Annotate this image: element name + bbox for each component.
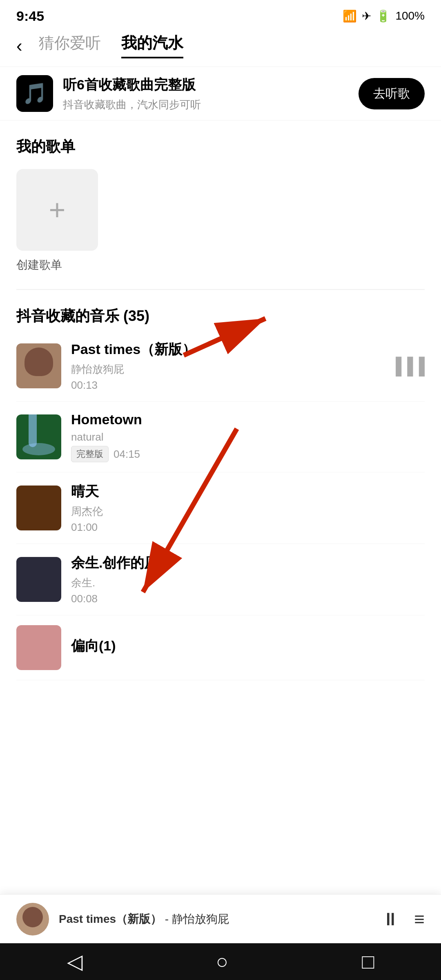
song-cover-1 bbox=[16, 343, 61, 388]
recent-nav-button[interactable]: □ bbox=[362, 950, 374, 973]
plus-icon: + bbox=[49, 196, 66, 224]
song-artist-3: 周杰伦 bbox=[71, 504, 425, 519]
song-artist-2: natural bbox=[71, 431, 425, 443]
battery-icon: 🔋 bbox=[376, 9, 390, 23]
bottom-player: Past times（新版） - 静怡放狗屁 ⏸ ≡ bbox=[0, 894, 441, 943]
song-item-3[interactable]: 晴天 周杰伦 01:00 bbox=[16, 472, 425, 544]
tab-my-soda[interactable]: 我的汽水 bbox=[121, 33, 183, 58]
song-badge-2: 完整版 bbox=[71, 446, 109, 462]
banner-text: 听6首收藏歌曲完整版 抖音收藏歌曲，汽水同步可听 bbox=[63, 76, 359, 112]
banner-subtitle: 抖音收藏歌曲，汽水同步可听 bbox=[63, 98, 359, 112]
header: ‹ 猜你爱听 我的汽水 bbox=[0, 29, 441, 67]
song-item-1[interactable]: Past times（新版） 静怡放狗屁 00:13 ▐▐▐ bbox=[16, 330, 425, 402]
playlist-section-title: 我的歌单 bbox=[0, 120, 441, 165]
playing-bars-icon: ▐▐▐ bbox=[390, 357, 425, 375]
status-time: 9:45 bbox=[16, 8, 44, 24]
song-title-4: 余生.创作的原声 bbox=[71, 554, 425, 572]
song-info-2: Hometown natural 完整版 04:15 bbox=[71, 412, 425, 462]
song-title-1: Past times（新版） bbox=[71, 340, 390, 359]
listen-button[interactable]: 去听歌 bbox=[359, 78, 425, 109]
create-playlist-button[interactable]: + bbox=[16, 169, 98, 251]
section-divider bbox=[16, 289, 425, 290]
battery-percent: 100% bbox=[395, 9, 425, 22]
song-title-2: Hometown bbox=[71, 412, 425, 428]
player-controls: ⏸ ≡ bbox=[381, 909, 425, 929]
home-nav-button[interactable]: ○ bbox=[216, 950, 228, 973]
song-duration-3: 01:00 bbox=[71, 521, 98, 534]
song-duration-2: 04:15 bbox=[114, 448, 140, 461]
wifi-icon: 📶 bbox=[343, 9, 357, 23]
song-meta-1: 00:13 bbox=[71, 379, 390, 392]
song-meta-3: 01:00 bbox=[71, 521, 425, 534]
song-meta-4: 00:08 bbox=[71, 592, 425, 605]
header-tabs: 猜你爱听 我的汽水 bbox=[39, 33, 425, 58]
song-item-5[interactable]: 偏向(1) bbox=[16, 615, 425, 680]
song-meta-2: 完整版 04:15 bbox=[71, 446, 425, 462]
tab-guess[interactable]: 猜你爱听 bbox=[39, 33, 101, 58]
song-duration-4: 00:08 bbox=[71, 592, 98, 605]
status-icons: 📶 ✈ 🔋 100% bbox=[343, 9, 425, 23]
music-section-title: 抖音收藏的音乐 (35) bbox=[0, 298, 441, 330]
banner-title: 听6首收藏歌曲完整版 bbox=[63, 76, 359, 94]
song-cover-4 bbox=[16, 557, 61, 602]
player-separator: - bbox=[165, 913, 172, 925]
song-artist-1: 静怡放狗屁 bbox=[71, 362, 390, 376]
airplane-icon: ✈ bbox=[362, 9, 371, 23]
create-playlist-label: 创建歌单 bbox=[16, 257, 62, 273]
song-title-5: 偏向(1) bbox=[71, 637, 425, 655]
player-avatar bbox=[16, 903, 49, 935]
back-button[interactable]: ‹ bbox=[16, 36, 22, 56]
back-nav-button[interactable]: ◁ bbox=[67, 950, 82, 973]
song-artist-4: 余生. bbox=[71, 576, 425, 590]
promo-banner: 🎵 听6首收藏歌曲完整版 抖音收藏歌曲，汽水同步可听 去听歌 bbox=[0, 67, 441, 120]
player-info: Past times（新版） - 静怡放狗屁 bbox=[59, 911, 381, 927]
pause-button[interactable]: ⏸ bbox=[381, 909, 399, 929]
status-bar: 9:45 📶 ✈ 🔋 100% bbox=[0, 0, 441, 29]
song-cover-5 bbox=[16, 625, 61, 670]
song-info-4: 余生.创作的原声 余生. 00:08 bbox=[71, 554, 425, 605]
player-artist: 静怡放狗屁 bbox=[172, 913, 229, 925]
song-list: Past times（新版） 静怡放狗屁 00:13 ▐▐▐ Hometown … bbox=[0, 330, 441, 680]
song-item-2[interactable]: Hometown natural 完整版 04:15 bbox=[16, 402, 425, 472]
song-title-3: 晴天 bbox=[71, 482, 425, 501]
banner-icon: 🎵 bbox=[16, 75, 53, 112]
song-cover-3 bbox=[16, 486, 61, 530]
song-item-4[interactable]: 余生.创作的原声 余生. 00:08 bbox=[16, 544, 425, 615]
song-cover-2 bbox=[16, 414, 61, 459]
bottom-nav: ◁ ○ □ bbox=[0, 943, 441, 980]
player-title: Past times（新版） bbox=[59, 913, 162, 925]
song-info-3: 晴天 周杰伦 01:00 bbox=[71, 482, 425, 534]
song-info-1: Past times（新版） 静怡放狗屁 00:13 bbox=[71, 340, 390, 392]
music-icon: 🎵 bbox=[22, 82, 47, 105]
create-playlist-area: + 创建歌单 bbox=[0, 165, 441, 281]
playlist-button[interactable]: ≡ bbox=[414, 909, 425, 929]
song-duration-1: 00:13 bbox=[71, 379, 98, 392]
song-info-5: 偏向(1) bbox=[71, 637, 425, 659]
